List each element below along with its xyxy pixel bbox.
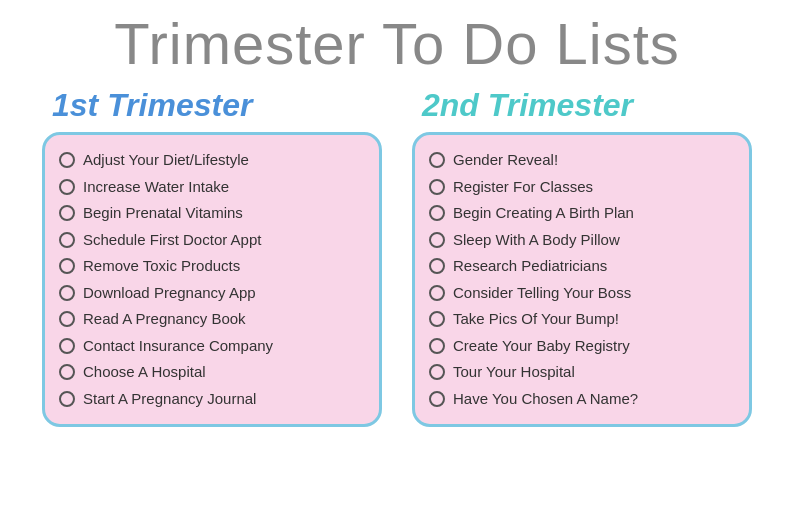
bullet-icon <box>59 311 75 327</box>
list-item: Sleep With A Body Pillow <box>429 227 735 254</box>
list-item: Consider Telling Your Boss <box>429 280 735 307</box>
item-text: Register For Classes <box>453 176 593 199</box>
bullet-icon <box>59 364 75 380</box>
bullet-icon <box>429 232 445 248</box>
item-text: Take Pics Of Your Bump! <box>453 308 619 331</box>
item-text: Have You Chosen A Name? <box>453 388 638 411</box>
bullet-icon <box>429 205 445 221</box>
columns-container: 1st TrimesterAdjust Your Diet/LifestyleI… <box>20 87 774 427</box>
item-text: Contact Insurance Company <box>83 335 273 358</box>
item-text: Schedule First Doctor Appt <box>83 229 261 252</box>
item-text: Tour Your Hospital <box>453 361 575 384</box>
bullet-icon <box>429 285 445 301</box>
item-text: Consider Telling Your Boss <box>453 282 631 305</box>
heading-second: 2nd Trimester <box>412 87 633 124</box>
bullet-icon <box>59 338 75 354</box>
bullet-icon <box>429 338 445 354</box>
item-text: Gender Reveal! <box>453 149 558 172</box>
list-item: Schedule First Doctor Appt <box>59 227 365 254</box>
list-item: Begin Creating A Birth Plan <box>429 200 735 227</box>
list-box-second: Gender Reveal!Register For ClassesBegin … <box>412 132 752 427</box>
item-text: Adjust Your Diet/Lifestyle <box>83 149 249 172</box>
list-item: Register For Classes <box>429 174 735 201</box>
bullet-icon <box>429 364 445 380</box>
list-item: Tour Your Hospital <box>429 359 735 386</box>
item-text: Start A Pregnancy Journal <box>83 388 256 411</box>
list-box-first: Adjust Your Diet/LifestyleIncrease Water… <box>42 132 382 427</box>
column-second: 2nd TrimesterGender Reveal!Register For … <box>412 87 752 427</box>
list-item: Create Your Baby Registry <box>429 333 735 360</box>
item-text: Remove Toxic Products <box>83 255 240 278</box>
item-text: Increase Water Intake <box>83 176 229 199</box>
bullet-icon <box>429 258 445 274</box>
bullet-icon <box>429 391 445 407</box>
bullet-icon <box>59 285 75 301</box>
bullet-icon <box>429 179 445 195</box>
bullet-icon <box>59 179 75 195</box>
page: Trimester To Do Lists 1st TrimesterAdjus… <box>0 0 794 529</box>
list-item: Take Pics Of Your Bump! <box>429 306 735 333</box>
bullet-icon <box>59 205 75 221</box>
list-item: Research Pediatricians <box>429 253 735 280</box>
item-text: Read A Pregnancy Book <box>83 308 246 331</box>
item-text: Sleep With A Body Pillow <box>453 229 620 252</box>
bullet-icon <box>429 311 445 327</box>
item-text: Download Pregnancy App <box>83 282 256 305</box>
item-text: Begin Creating A Birth Plan <box>453 202 634 225</box>
bullet-icon <box>59 258 75 274</box>
list-item: Gender Reveal! <box>429 147 735 174</box>
bullet-icon <box>59 152 75 168</box>
list-item: Remove Toxic Products <box>59 253 365 280</box>
item-text: Research Pediatricians <box>453 255 607 278</box>
item-text: Create Your Baby Registry <box>453 335 630 358</box>
column-first: 1st TrimesterAdjust Your Diet/LifestyleI… <box>42 87 382 427</box>
bullet-icon <box>59 232 75 248</box>
list-item: Read A Pregnancy Book <box>59 306 365 333</box>
main-title: Trimester To Do Lists <box>114 10 680 77</box>
list-item: Increase Water Intake <box>59 174 365 201</box>
heading-first: 1st Trimester <box>42 87 252 124</box>
list-item: Begin Prenatal Vitamins <box>59 200 365 227</box>
list-item: Choose A Hospital <box>59 359 365 386</box>
list-item: Have You Chosen A Name? <box>429 386 735 413</box>
bullet-icon <box>429 152 445 168</box>
item-text: Begin Prenatal Vitamins <box>83 202 243 225</box>
list-item: Adjust Your Diet/Lifestyle <box>59 147 365 174</box>
list-item: Start A Pregnancy Journal <box>59 386 365 413</box>
list-item: Contact Insurance Company <box>59 333 365 360</box>
bullet-icon <box>59 391 75 407</box>
item-text: Choose A Hospital <box>83 361 206 384</box>
list-item: Download Pregnancy App <box>59 280 365 307</box>
